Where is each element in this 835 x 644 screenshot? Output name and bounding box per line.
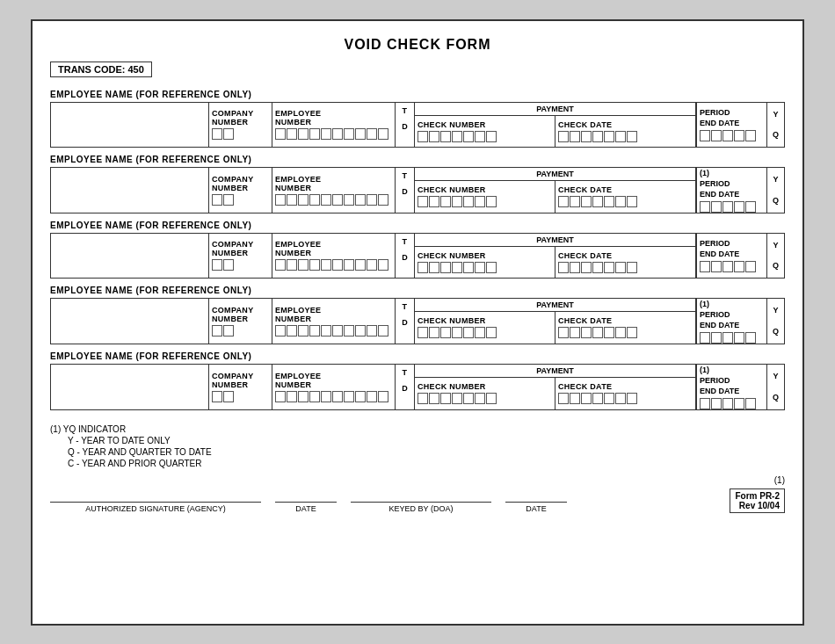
employee-3: EMPLOYEE NUMBER — [272, 234, 396, 278]
footnote-c: C - YEAR AND PRIOR QUARTER — [50, 459, 785, 468]
yq-2: Y Q — [766, 168, 784, 213]
period-4: (1) PERIOD END DATE — [696, 299, 766, 344]
entry-section-3: EMPLOYEE NAME (FOR REFERENCE ONLY) COMPA… — [50, 221, 785, 279]
emp-name-3 — [51, 234, 209, 278]
emp-name-5 — [51, 365, 209, 409]
entry-row-4: COMPANY NUMBER EMPLOYEE NUMBER — [50, 298, 785, 344]
yq-5: Y Q — [766, 365, 784, 409]
entry-row-2: COMPANY NUMBER EMPLOYEE NUMBER — [50, 167, 785, 213]
entry-row-5: COMPANY NUMBER EMPLOYEE NUMBER — [50, 364, 785, 410]
t-cell-1: T D — [396, 103, 415, 147]
payment-label-5: PAYMENT — [415, 365, 695, 378]
sig-agency: AUTHORIZED SIGNATURE (AGENCY) — [50, 502, 261, 513]
sig-date2: DATE — [505, 502, 567, 513]
sig-keyed-by: KEYED BY (DOA) — [351, 502, 491, 513]
t-cell-2: T D — [396, 168, 415, 213]
company-3: COMPANY NUMBER — [209, 234, 272, 278]
payment-label-2: PAYMENT — [415, 168, 695, 181]
check-number-3: CHECK NUMBER — [415, 247, 555, 278]
entry-row-1: COMPANY NUMBER EMPLOYEE NUMBER — [50, 102, 785, 148]
check-date-2: CHECK DATE — [555, 181, 695, 213]
entry-section-2: EMPLOYEE NAME (FOR REFERENCE ONLY) COMPA… — [50, 155, 785, 213]
footnote-y: Y - YEAR TO DATE ONLY — [50, 436, 785, 445]
footer-section: (1) YQ INDICATOR Y - YEAR TO DATE ONLY Q… — [50, 421, 785, 513]
section-label-2: EMPLOYEE NAME (FOR REFERENCE ONLY) — [50, 155, 785, 164]
sig-date1: DATE — [275, 502, 337, 513]
payment-label-4: PAYMENT — [415, 299, 695, 312]
check-number-4: CHECK NUMBER — [415, 312, 555, 344]
entry-row-3: COMPANY NUMBER EMPLOYEE NUMBER — [50, 233, 785, 279]
period-3: PERIOD END DATE — [696, 234, 766, 278]
yq-4: Y Q — [766, 299, 784, 344]
entry-section-5: EMPLOYEE NAME (FOR REFERENCE ONLY) COMPA… — [50, 351, 785, 410]
check-number-5: CHECK NUMBER — [415, 378, 555, 409]
payment-label-1: PAYMENT — [415, 103, 695, 116]
footnotes: (1) YQ INDICATOR Y - YEAR TO DATE ONLY Q… — [50, 424, 785, 468]
period-2: (1) PERIOD END DATE — [696, 168, 766, 213]
company-5: COMPANY NUMBER — [209, 365, 272, 409]
section-label-3: EMPLOYEE NAME (FOR REFERENCE ONLY) — [50, 221, 785, 230]
page-title: VOID CHECK FORM — [50, 37, 785, 53]
company-2: COMPANY NUMBER — [209, 168, 272, 213]
payment-area-2: PAYMENT CHECK NUMBER — [415, 168, 696, 213]
period-1: PERIOD END DATE — [696, 103, 766, 147]
payment-area-5: PAYMENT CHECK NUMBER — [415, 365, 696, 409]
sig-line: AUTHORIZED SIGNATURE (AGENCY) DATE KEYED… — [50, 502, 721, 513]
check-date-4: CHECK DATE — [555, 312, 695, 344]
yq-3: Y Q — [766, 234, 784, 278]
form-id-area: (1) Form PR-2 Rev 10/04 — [721, 475, 785, 513]
company-box-1 — [212, 128, 222, 140]
footer-flex: AUTHORIZED SIGNATURE (AGENCY) DATE KEYED… — [50, 475, 785, 513]
check-date-1: CHECK DATE — [555, 116, 695, 147]
void-check-form-page: VOID CHECK FORM TRANS CODE: 450 EMPLOYEE… — [31, 19, 804, 626]
section-label-1: EMPLOYEE NAME (FOR REFERENCE ONLY) — [50, 90, 785, 99]
payment-area-4: PAYMENT CHECK NUMBER — [415, 299, 696, 344]
t-cell-4: T D — [396, 299, 415, 344]
employee-1: EMPLOYEE NUMBER — [272, 103, 396, 147]
trans-code: TRANS CODE: 450 — [50, 62, 152, 77]
emp-box-1 — [275, 128, 286, 140]
company-4: COMPANY NUMBER — [209, 299, 272, 344]
employee-2: EMPLOYEE NUMBER — [272, 168, 396, 213]
employee-5: EMPLOYEE NUMBER — [272, 365, 396, 409]
emp-name-2 — [51, 168, 209, 213]
period-5: (1) PERIOD END DATE — [696, 365, 766, 409]
sig-area: AUTHORIZED SIGNATURE (AGENCY) DATE KEYED… — [50, 484, 721, 513]
footnote-indicator: (1) YQ INDICATOR — [50, 424, 785, 434]
company-box-2 — [223, 128, 234, 140]
form-id: Form PR-2 Rev 10/04 — [730, 488, 785, 513]
yq-1: Y Q — [766, 103, 784, 147]
emp-name-4 — [51, 299, 209, 344]
entry-section-4: EMPLOYEE NAME (FOR REFERENCE ONLY) COMPA… — [50, 286, 785, 344]
check-number-2: CHECK NUMBER — [415, 181, 555, 213]
entry-section-1: EMPLOYEE NAME (FOR REFERENCE ONLY) COMPA… — [50, 90, 785, 148]
footnote-q: Q - YEAR AND QUARTER TO DATE — [50, 447, 785, 457]
check-date-5: CHECK DATE — [555, 378, 695, 409]
payment-area-1: PAYMENT CHECK NUMBER — [415, 103, 696, 147]
check-number-1: CHECK NUMBER — [415, 116, 555, 147]
section-label-5: EMPLOYEE NAME (FOR REFERENCE ONLY) — [50, 351, 785, 361]
company-1: COMPANY NUMBER — [209, 103, 272, 147]
t-cell-5: T D — [396, 365, 415, 409]
employee-4: EMPLOYEE NUMBER — [272, 299, 396, 344]
emp-name-1 — [51, 103, 209, 147]
payment-label-3: PAYMENT — [415, 234, 695, 247]
check-date-3: CHECK DATE — [555, 247, 695, 278]
payment-area-3: PAYMENT CHECK NUMBER — [415, 234, 696, 278]
t-cell-3: T D — [396, 234, 415, 278]
section-label-4: EMPLOYEE NAME (FOR REFERENCE ONLY) — [50, 286, 785, 295]
